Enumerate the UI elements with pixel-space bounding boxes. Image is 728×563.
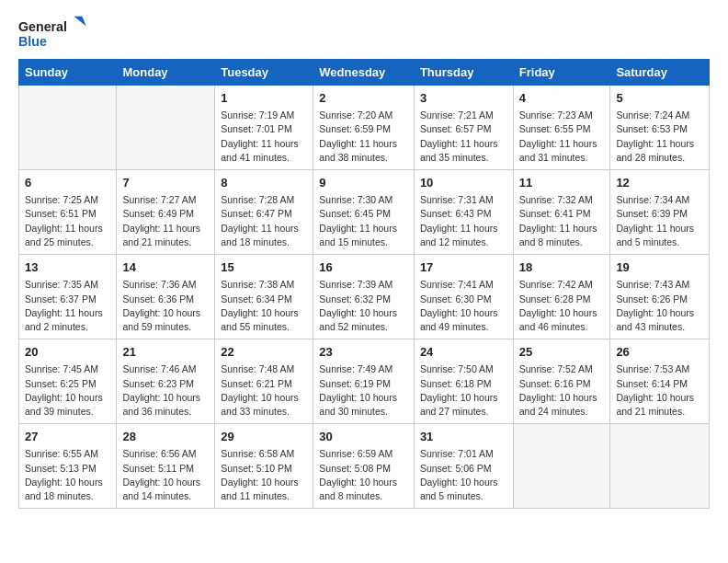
day-info: Sunrise: 7:46 AMSunset: 6:23 PMDaylight:…	[122, 362, 210, 419]
svg-text:Blue: Blue	[18, 34, 47, 49]
day-number: 11	[519, 175, 606, 191]
day-cell: 21Sunrise: 7:46 AMSunset: 6:23 PMDayligh…	[117, 339, 215, 424]
day-cell: 13Sunrise: 7:35 AMSunset: 6:37 PMDayligh…	[19, 255, 117, 339]
col-header-thursday: Thursday	[414, 60, 513, 86]
day-number: 3	[420, 90, 508, 107]
day-number: 15	[221, 259, 308, 276]
day-number: 8	[221, 175, 308, 191]
day-number: 10	[420, 175, 508, 191]
day-number: 27	[25, 429, 111, 445]
day-info: Sunrise: 7:38 AMSunset: 6:34 PMDaylight:…	[221, 278, 308, 334]
day-number: 29	[221, 429, 308, 445]
col-header-saturday: Saturday	[610, 60, 710, 86]
day-cell	[513, 424, 610, 509]
day-info: Sunrise: 7:42 AMSunset: 6:28 PMDaylight:…	[519, 278, 606, 334]
calendar-header-row: SundayMondayTuesdayWednesdayThursdayFrid…	[19, 60, 710, 86]
week-row-3: 13Sunrise: 7:35 AMSunset: 6:37 PMDayligh…	[19, 255, 710, 339]
day-info: Sunrise: 7:23 AMSunset: 6:55 PMDaylight:…	[519, 109, 606, 165]
day-info: Sunrise: 6:56 AMSunset: 5:11 PMDaylight:…	[122, 447, 210, 503]
day-number: 23	[319, 344, 409, 361]
day-info: Sunrise: 7:50 AMSunset: 6:18 PMDaylight:…	[420, 362, 508, 419]
day-cell: 11Sunrise: 7:32 AMSunset: 6:41 PMDayligh…	[513, 170, 610, 255]
day-cell: 25Sunrise: 7:52 AMSunset: 6:16 PMDayligh…	[513, 339, 610, 424]
day-number: 1	[221, 90, 308, 107]
day-info: Sunrise: 7:25 AMSunset: 6:51 PMDaylight:…	[25, 193, 111, 249]
day-cell: 7Sunrise: 7:27 AMSunset: 6:49 PMDaylight…	[117, 170, 215, 255]
day-number: 18	[519, 259, 606, 276]
week-row-2: 6Sunrise: 7:25 AMSunset: 6:51 PMDaylight…	[19, 170, 710, 255]
day-info: Sunrise: 7:39 AMSunset: 6:32 PMDaylight:…	[319, 278, 409, 334]
day-info: Sunrise: 7:30 AMSunset: 6:45 PMDaylight:…	[319, 193, 409, 249]
day-cell: 3Sunrise: 7:21 AMSunset: 6:57 PMDaylight…	[414, 86, 513, 170]
day-cell: 28Sunrise: 6:56 AMSunset: 5:11 PMDayligh…	[117, 424, 215, 509]
day-number: 6	[25, 175, 111, 191]
day-info: Sunrise: 7:21 AMSunset: 6:57 PMDaylight:…	[420, 109, 508, 165]
day-number: 5	[616, 90, 704, 107]
day-cell: 30Sunrise: 6:59 AMSunset: 5:08 PMDayligh…	[313, 424, 415, 509]
day-number: 31	[420, 429, 508, 445]
day-cell: 26Sunrise: 7:53 AMSunset: 6:14 PMDayligh…	[610, 339, 710, 424]
day-number: 28	[122, 429, 210, 445]
day-info: Sunrise: 7:45 AMSunset: 6:25 PMDaylight:…	[25, 362, 111, 419]
day-cell: 14Sunrise: 7:36 AMSunset: 6:36 PMDayligh…	[117, 255, 215, 339]
week-row-4: 20Sunrise: 7:45 AMSunset: 6:25 PMDayligh…	[19, 339, 710, 424]
day-cell: 18Sunrise: 7:42 AMSunset: 6:28 PMDayligh…	[513, 255, 610, 339]
day-number: 14	[122, 259, 210, 276]
day-number: 12	[616, 175, 704, 191]
day-cell: 15Sunrise: 7:38 AMSunset: 6:34 PMDayligh…	[215, 255, 313, 339]
day-number: 24	[420, 344, 508, 361]
week-row-1: 1Sunrise: 7:19 AMSunset: 7:01 PMDaylight…	[19, 86, 710, 170]
page: General Blue SundayMondayTuesdayWednesda…	[0, 0, 728, 523]
day-info: Sunrise: 7:31 AMSunset: 6:43 PMDaylight:…	[420, 193, 508, 249]
day-cell	[19, 86, 117, 170]
day-info: Sunrise: 7:52 AMSunset: 6:16 PMDaylight:…	[519, 362, 606, 419]
day-cell: 17Sunrise: 7:41 AMSunset: 6:30 PMDayligh…	[414, 255, 513, 339]
col-header-monday: Monday	[117, 60, 215, 86]
day-cell: 9Sunrise: 7:30 AMSunset: 6:45 PMDaylight…	[313, 170, 415, 255]
day-info: Sunrise: 7:32 AMSunset: 6:41 PMDaylight:…	[519, 193, 606, 249]
day-cell: 23Sunrise: 7:49 AMSunset: 6:19 PMDayligh…	[313, 339, 415, 424]
day-info: Sunrise: 7:19 AMSunset: 7:01 PMDaylight:…	[221, 109, 308, 165]
day-cell	[117, 86, 215, 170]
day-number: 13	[25, 259, 111, 276]
day-cell: 22Sunrise: 7:48 AMSunset: 6:21 PMDayligh…	[215, 339, 313, 424]
day-info: Sunrise: 7:35 AMSunset: 6:37 PMDaylight:…	[25, 278, 111, 334]
day-cell: 31Sunrise: 7:01 AMSunset: 5:06 PMDayligh…	[414, 424, 513, 509]
day-cell: 6Sunrise: 7:25 AMSunset: 6:51 PMDaylight…	[19, 170, 117, 255]
day-number: 7	[122, 175, 210, 191]
day-info: Sunrise: 7:01 AMSunset: 5:06 PMDaylight:…	[420, 447, 508, 503]
day-number: 25	[519, 344, 606, 361]
logo: General Blue	[18, 15, 92, 52]
calendar-table: SundayMondayTuesdayWednesdayThursdayFrid…	[18, 59, 710, 509]
day-cell: 16Sunrise: 7:39 AMSunset: 6:32 PMDayligh…	[313, 255, 415, 339]
day-number: 26	[616, 344, 704, 361]
day-info: Sunrise: 7:53 AMSunset: 6:14 PMDaylight:…	[616, 362, 704, 419]
logo-svg: General Blue	[18, 15, 92, 52]
day-cell: 10Sunrise: 7:31 AMSunset: 6:43 PMDayligh…	[414, 170, 513, 255]
day-info: Sunrise: 7:20 AMSunset: 6:59 PMDaylight:…	[319, 109, 409, 165]
day-cell: 19Sunrise: 7:43 AMSunset: 6:26 PMDayligh…	[610, 255, 710, 339]
header: General Blue	[18, 15, 710, 52]
day-cell: 2Sunrise: 7:20 AMSunset: 6:59 PMDaylight…	[313, 86, 415, 170]
day-cell: 12Sunrise: 7:34 AMSunset: 6:39 PMDayligh…	[610, 170, 710, 255]
svg-text:General: General	[18, 19, 67, 34]
day-info: Sunrise: 6:55 AMSunset: 5:13 PMDaylight:…	[25, 447, 111, 503]
svg-marker-2	[74, 17, 85, 27]
day-cell: 20Sunrise: 7:45 AMSunset: 6:25 PMDayligh…	[19, 339, 117, 424]
day-number: 2	[319, 90, 409, 107]
day-cell: 24Sunrise: 7:50 AMSunset: 6:18 PMDayligh…	[414, 339, 513, 424]
col-header-sunday: Sunday	[19, 60, 117, 86]
day-info: Sunrise: 7:28 AMSunset: 6:47 PMDaylight:…	[221, 193, 308, 249]
day-info: Sunrise: 7:36 AMSunset: 6:36 PMDaylight:…	[122, 278, 210, 334]
day-number: 19	[616, 259, 704, 276]
day-info: Sunrise: 6:59 AMSunset: 5:08 PMDaylight:…	[319, 447, 409, 503]
day-number: 22	[221, 344, 308, 361]
col-header-friday: Friday	[513, 60, 610, 86]
day-number: 4	[519, 90, 606, 107]
day-info: Sunrise: 7:27 AMSunset: 6:49 PMDaylight:…	[122, 193, 210, 249]
day-number: 20	[25, 344, 111, 361]
day-cell: 5Sunrise: 7:24 AMSunset: 6:53 PMDaylight…	[610, 86, 710, 170]
day-info: Sunrise: 7:34 AMSunset: 6:39 PMDaylight:…	[616, 193, 704, 249]
day-cell: 27Sunrise: 6:55 AMSunset: 5:13 PMDayligh…	[19, 424, 117, 509]
day-info: Sunrise: 7:43 AMSunset: 6:26 PMDaylight:…	[616, 278, 704, 334]
